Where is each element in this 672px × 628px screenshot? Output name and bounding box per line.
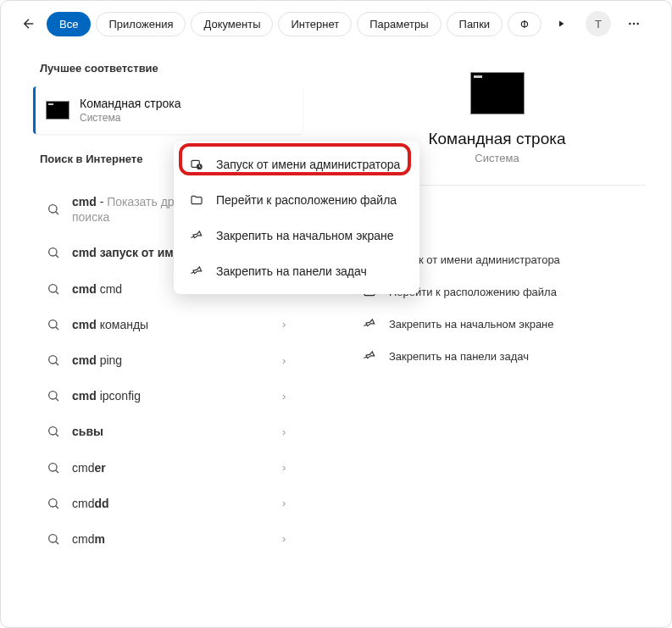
search-item-label: cmd ping: [72, 353, 282, 368]
best-match-title: Командная строка: [80, 97, 292, 110]
context-menu-label: Запуск от имени администратора: [216, 158, 400, 171]
filter-tab-2[interactable]: Документы: [191, 12, 273, 36]
svg-point-7: [49, 356, 57, 364]
svg-point-6: [49, 320, 57, 328]
folder-icon: [189, 192, 204, 208]
svg-point-10: [49, 463, 57, 470]
filter-tab-6[interactable]: Ф: [508, 12, 541, 36]
search-window: ВсеПриложенияДокументыИнтернетПараметрыП…: [0, 0, 672, 628]
svg-point-9: [49, 427, 57, 435]
preview-action-3[interactable]: Закрепить на панели задач: [355, 340, 639, 372]
chevron-right-icon: ›: [282, 318, 296, 331]
search-item-3[interactable]: cmd команды›: [40, 307, 303, 342]
preview-cmd-icon: [470, 72, 525, 114]
search-item-8[interactable]: cmddd›: [40, 486, 303, 521]
header: ВсеПриложенияДокументыИнтернетПараметрыП…: [1, 1, 671, 47]
context-menu-label: Закрепить на начальном экране: [216, 229, 394, 242]
action-label: Закрепить на панели задач: [389, 350, 529, 363]
cmd-icon: [46, 101, 69, 119]
context-menu-item-2[interactable]: Закрепить на начальном экране: [174, 218, 419, 253]
context-menu: Запуск от имени администратораПерейти к …: [174, 142, 419, 294]
search-icon: [47, 203, 60, 216]
search-icon: [47, 389, 60, 403]
search-item-label: cmddd: [72, 496, 282, 511]
pin-icon: [362, 348, 377, 364]
pin-icon: [189, 264, 204, 279]
filter-tab-3[interactable]: Интернет: [278, 12, 352, 36]
search-item-label: cmdm: [72, 531, 282, 547]
search-item-label: cmder: [72, 460, 282, 475]
search-item-6[interactable]: сьвы›: [40, 414, 303, 449]
search-icon: [47, 318, 60, 331]
preview-subtitle: Система: [475, 152, 519, 164]
best-match-subtitle: Система: [80, 112, 292, 124]
search-item-5[interactable]: cmd ipconfig›: [40, 378, 303, 414]
action-label: Закрепить на начальном экране: [389, 318, 554, 331]
search-icon: [47, 353, 60, 367]
preview-action-2[interactable]: Закрепить на начальном экране: [355, 308, 639, 340]
chevron-right-icon: ›: [282, 425, 296, 438]
chevron-right-icon: ›: [282, 390, 296, 403]
search-icon: [47, 532, 60, 546]
back-button[interactable]: [18, 13, 40, 35]
context-menu-item-3[interactable]: Закрепить на панели задач: [174, 253, 419, 289]
avatar[interactable]: T: [586, 11, 611, 36]
search-icon: [47, 461, 60, 475]
filter-tab-1[interactable]: Приложения: [96, 12, 186, 36]
search-item-7[interactable]: cmder›: [40, 450, 303, 486]
svg-point-8: [49, 392, 57, 399]
chevron-right-icon: ›: [282, 461, 296, 474]
context-menu-label: Закрепить на панели задач: [216, 264, 367, 278]
search-item-label: cmd ipconfig: [72, 388, 282, 403]
pin-icon: [362, 316, 377, 331]
filter-tab-0[interactable]: Все: [47, 12, 91, 36]
svg-point-5: [49, 284, 57, 292]
search-icon: [47, 497, 60, 510]
more-button[interactable]: [621, 11, 647, 36]
pin-icon: [189, 228, 204, 243]
svg-point-4: [49, 248, 57, 256]
search-item-label: сьвы: [72, 424, 282, 439]
context-menu-item-0[interactable]: Запуск от имени администратора: [174, 147, 419, 182]
svg-point-11: [49, 498, 57, 506]
chevron-right-icon: ›: [282, 354, 296, 367]
context-menu-item-1[interactable]: Перейти к расположению файла: [174, 182, 419, 218]
left-panel: Лучшее соответствие Командная строка Сис…: [1, 47, 323, 624]
best-match-item[interactable]: Командная строка Система: [33, 86, 303, 134]
best-match-heading: Лучшее соответствие: [1, 53, 323, 86]
search-icon: [47, 282, 60, 296]
search-icon: [47, 425, 60, 438]
search-icon: [47, 246, 60, 259]
preview-title: Командная строка: [428, 130, 565, 148]
svg-point-2: [636, 23, 638, 25]
svg-point-12: [49, 535, 57, 542]
svg-point-3: [49, 205, 57, 213]
filter-tab-5[interactable]: Папки: [447, 12, 503, 36]
chevron-right-icon: ›: [282, 497, 296, 509]
svg-point-0: [629, 23, 630, 25]
play-button[interactable]: [548, 11, 574, 36]
search-item-4[interactable]: cmd ping›: [40, 342, 303, 378]
search-item-9[interactable]: cmdm›: [40, 521, 303, 557]
filter-tab-4[interactable]: Параметры: [357, 12, 441, 36]
search-item-label: cmd команды: [72, 317, 282, 332]
preview-panel: Командная строка Система Запуск от имени…: [323, 47, 671, 624]
chevron-right-icon: ›: [282, 532, 296, 545]
filter-tabs: ВсеПриложенияДокументыИнтернетПараметрыП…: [47, 12, 541, 36]
svg-point-1: [633, 23, 635, 25]
context-menu-label: Перейти к расположению файла: [216, 193, 397, 207]
admin-icon: [189, 157, 204, 172]
